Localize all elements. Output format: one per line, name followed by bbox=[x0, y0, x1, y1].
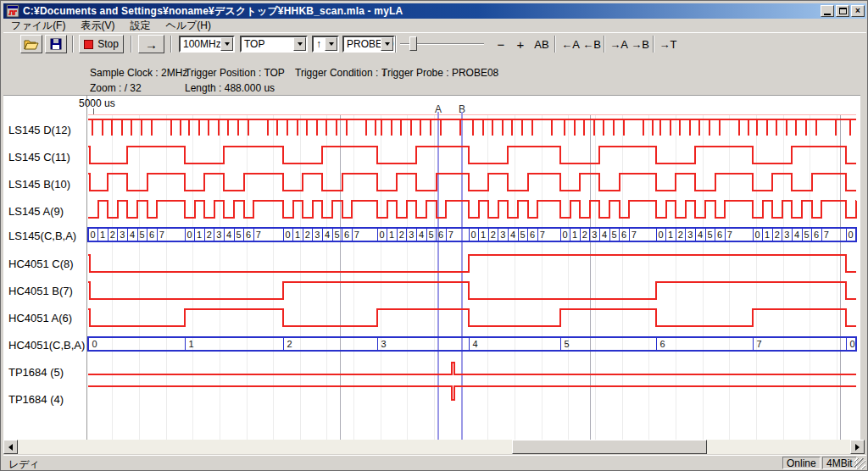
toolbar-separator bbox=[72, 36, 74, 53]
run-button[interactable]: → bbox=[138, 35, 164, 53]
cursor-a-label[interactable]: A bbox=[432, 103, 444, 115]
toolbar-separator bbox=[554, 36, 556, 53]
toolbar: Stop → 100MHz TOP ↑ PROBE00 − + AB ←A ←B… bbox=[3, 32, 866, 54]
stop-icon bbox=[84, 40, 93, 49]
channel-label-b7: HC4051 B(7) bbox=[8, 285, 73, 297]
status-ready-text: レディ bbox=[8, 457, 40, 471]
channel-label-c8: HC4051 C(8) bbox=[8, 258, 74, 270]
scroll-left-button[interactable] bbox=[3, 440, 18, 454]
channel-label-tp4: TP1684 (4) bbox=[8, 393, 64, 406]
channel-label-tp5: TP1684 (5) bbox=[8, 366, 64, 379]
channel-label-c11: LS145 C(11) bbox=[8, 151, 70, 163]
scrollbar-thumb[interactable] bbox=[512, 440, 707, 454]
title-bar[interactable]: C:¥Documents and Settings¥noname¥デスクトップ¥… bbox=[3, 3, 866, 19]
run-arrow-icon: → bbox=[145, 37, 158, 52]
sample-clock-info: Sample Clock : 2MHz bbox=[90, 67, 187, 79]
channel-label-a9: LS145 A(9) bbox=[8, 205, 64, 218]
zoom-info: Zoom : / 32 bbox=[90, 82, 142, 94]
toolbar-separator bbox=[604, 36, 605, 53]
window-title: C:¥Documents and Settings¥noname¥デスクトップ¥… bbox=[23, 4, 403, 19]
stop-label: Stop bbox=[97, 38, 119, 50]
ruler-scale-label: 5000 us bbox=[79, 97, 115, 109]
stop-button[interactable]: Stop bbox=[79, 35, 124, 53]
scroll-left-icon bbox=[8, 444, 13, 451]
zoom-in-button[interactable]: + bbox=[513, 35, 528, 53]
status-online-badge: Online bbox=[782, 457, 821, 469]
zoom-out-button[interactable]: − bbox=[493, 35, 509, 53]
length-info: Length : 488.000 us bbox=[185, 82, 275, 94]
cursor-b-label[interactable]: B bbox=[456, 103, 468, 115]
save-floppy-icon bbox=[50, 38, 62, 50]
zoom-ab-button[interactable]: AB bbox=[531, 35, 553, 53]
scroll-right-button[interactable] bbox=[850, 440, 865, 454]
move-a-right-button[interactable]: →A bbox=[608, 35, 630, 53]
channel-label-a6: HC4051 A(6) bbox=[8, 312, 72, 324]
menu-view[interactable]: 表示(V) bbox=[73, 18, 122, 34]
close-icon: × bbox=[855, 7, 860, 15]
menu-help[interactable]: ヘルプ(H) bbox=[158, 18, 219, 34]
sample-clock-value: 100MHz bbox=[183, 38, 221, 50]
horizontal-scrollbar[interactable] bbox=[3, 440, 865, 454]
channel-label-hcbus: HC4051(C,B,A) bbox=[8, 339, 85, 352]
menu-file[interactable]: ファイル(F) bbox=[3, 18, 73, 34]
goto-trigger-button[interactable]: →T bbox=[657, 35, 679, 53]
mylA-window: { "window": { "title": "C:¥Documents and… bbox=[0, 0, 868, 471]
minimize-icon bbox=[824, 14, 831, 15]
scroll-right-icon bbox=[855, 444, 860, 451]
dropdown-arrow-icon[interactable] bbox=[220, 37, 233, 51]
trigger-probe-info: Trigger Probe : PROBE08 bbox=[381, 67, 498, 79]
trigger-position-select[interactable]: TOP bbox=[240, 36, 308, 53]
move-b-right-button[interactable]: →B bbox=[629, 35, 651, 53]
channel-label-d12: LS145 D(12) bbox=[8, 124, 71, 136]
app-icon bbox=[6, 4, 19, 18]
status-memory-badge: 4MBit bbox=[822, 457, 857, 469]
trigger-edge-select[interactable]: ↑ bbox=[312, 36, 339, 53]
label-divider bbox=[86, 96, 88, 441]
close-button[interactable]: × bbox=[851, 5, 865, 17]
menu-settings[interactable]: 設定 bbox=[122, 18, 158, 34]
toolbar-separator bbox=[395, 36, 397, 53]
maximize-button[interactable] bbox=[836, 5, 849, 17]
move-a-left-button[interactable]: ←A bbox=[559, 35, 581, 53]
channel-label-b10: LS145 B(10) bbox=[8, 178, 70, 191]
waveform-area[interactable]: 5000 us A B LS145 D(12)LS145 C(11)LS145 … bbox=[3, 95, 860, 440]
trigger-position-info: Trigger Position : TOP bbox=[185, 67, 285, 79]
sample-clock-select[interactable]: 100MHz bbox=[179, 36, 235, 53]
open-file-button[interactable] bbox=[20, 35, 42, 53]
status-bar: レディ Online 4MBit bbox=[3, 455, 866, 469]
open-folder-icon bbox=[24, 38, 39, 50]
maximize-icon bbox=[839, 8, 847, 14]
trigger-edge-value: ↑ bbox=[316, 38, 321, 50]
minimize-button[interactable] bbox=[821, 5, 834, 17]
toolbar-separator bbox=[653, 36, 654, 53]
dropdown-arrow-icon[interactable] bbox=[381, 37, 393, 51]
save-file-button[interactable] bbox=[45, 35, 67, 53]
zoom-slider-thumb[interactable] bbox=[409, 36, 417, 51]
trigger-condition-info: Trigger Condition : ↓ bbox=[295, 67, 387, 79]
dropdown-arrow-icon[interactable] bbox=[325, 37, 337, 51]
move-b-left-button[interactable]: ←B bbox=[581, 35, 603, 53]
menu-bar: ファイル(F) 表示(V) 設定 ヘルプ(H) bbox=[3, 19, 866, 32]
trigger-position-value: TOP bbox=[244, 38, 264, 50]
dropdown-arrow-icon[interactable] bbox=[293, 37, 306, 51]
toolbar-separator bbox=[131, 36, 132, 53]
toolbar-separator bbox=[170, 36, 172, 53]
channel-label-lsbus: LS145(C,B,A) bbox=[8, 230, 76, 242]
resize-grip[interactable] bbox=[854, 458, 865, 469]
trigger-probe-select[interactable]: PROBE00 bbox=[342, 36, 395, 53]
capture-info-panel: Sample Clock : 2MHz Trigger Position : T… bbox=[3, 54, 866, 95]
